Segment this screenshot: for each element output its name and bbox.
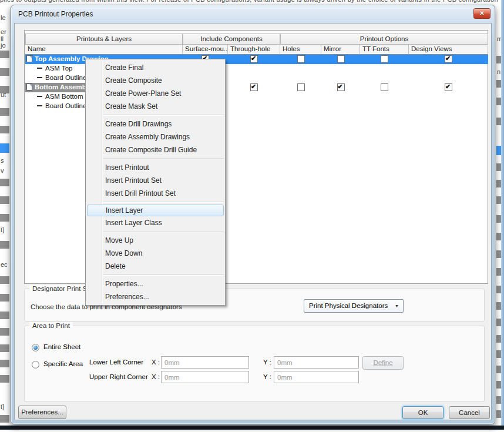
background-block: [0, 196, 9, 204]
checkbox-mirror[interactable]: [337, 55, 345, 63]
background-block: [0, 108, 9, 116]
menu-item-create-composite[interactable]: Create Composite: [86, 74, 225, 87]
menu-item-create-drill-drawings[interactable]: Create Drill Drawings: [86, 118, 225, 130]
menu-item-move-down[interactable]: Move Down: [86, 247, 225, 260]
background-selected-row: [0, 143, 9, 153]
background-block: [0, 214, 9, 222]
layer-dash-icon: [37, 68, 42, 69]
background-text-fragment: v: [1, 167, 4, 174]
table-group-header: Printouts & Layers: [25, 34, 183, 45]
lower-left-x-input[interactable]: [161, 356, 249, 369]
background-block: [0, 360, 9, 367]
menu-item-preferences[interactable]: Preferences...: [86, 290, 225, 303]
area-group-legend: Area to Print: [29, 322, 73, 329]
checkbox-mirror[interactable]: ✔: [337, 83, 345, 91]
background-text-fragment: n: [497, 68, 500, 75]
context-menu: Create FinalCreate CompositeCreate Power…: [85, 59, 226, 306]
table-group-header: Include Components: [183, 34, 280, 45]
menu-item-insert-printout-set[interactable]: Insert Printout Set: [86, 174, 225, 187]
column-header: Through-hole: [228, 45, 280, 55]
background-text-fragment: ec: [1, 261, 8, 268]
column-header: Mirror: [321, 45, 360, 55]
background-text-fragment: t]: [1, 226, 4, 233]
page-icon: [26, 83, 32, 91]
upper-right-x-input[interactable]: [161, 371, 249, 383]
menu-item-create-power-plane-set[interactable]: Create Power-Plane Set: [86, 87, 225, 100]
y-label: Y :: [263, 359, 271, 366]
background-block: [0, 344, 9, 352]
menu-item-create-mask-set[interactable]: Create Mask Set: [86, 100, 225, 113]
column-header: Holes: [280, 45, 321, 55]
background-block: [0, 126, 9, 133]
page-icon: [26, 55, 32, 62]
upper-right-y-input[interactable]: [274, 371, 359, 383]
background-text-fragment: s: [1, 157, 4, 164]
dialog-title: PCB Printout Properties: [18, 10, 93, 18]
area-to-print-group: Area to Print Entire Sheet Specific Area…: [24, 326, 485, 402]
menu-item-insert-layer[interactable]: Insert Layer: [87, 205, 224, 216]
background-text-fragment: t]: [1, 403, 4, 410]
specific-area-label: Specific Area: [43, 360, 83, 367]
checkbox-tt-fonts[interactable]: [381, 83, 388, 91]
layer-dash-icon: [37, 105, 42, 106]
background-block: [0, 68, 9, 76]
column-header: TT Fonts: [360, 45, 409, 55]
menu-separator: [103, 202, 224, 203]
y-label: Y :: [263, 373, 271, 380]
checkbox-holes[interactable]: [297, 55, 305, 63]
checkbox-design-views[interactable]: ✔: [445, 83, 452, 91]
designator-dropdown-value: Print Physical Designators: [309, 302, 388, 309]
upper-right-corner-label: Upper Right Corner: [89, 373, 148, 380]
entire-sheet-label: Entire Sheet: [43, 343, 80, 350]
background-block: [0, 276, 9, 284]
specific-area-radio[interactable]: [32, 361, 39, 369]
x-label: X :: [152, 359, 160, 366]
background-text-fragment: le: [1, 14, 6, 21]
define-button[interactable]: Define: [362, 356, 404, 370]
menu-item-create-composite-drill-guide[interactable]: Create Composite Drill Guide: [86, 143, 225, 156]
designator-dropdown[interactable]: Print Physical Designators ▼: [304, 299, 404, 313]
background-text-fragment: ut: [1, 91, 6, 98]
x-label: X :: [152, 373, 160, 380]
column-header: Design Views: [409, 45, 488, 55]
pcb-printout-properties-dialog: PCB Printout Properties ✕ Printouts & La…: [11, 5, 495, 424]
menu-item-move-up[interactable]: Move Up: [86, 234, 225, 247]
background-text-fragment: er: [1, 28, 6, 35]
checkbox-design-views[interactable]: ✔: [445, 55, 452, 63]
background-text-line: plies to outputs generated from within t…: [0, 0, 504, 3]
chevron-down-icon: ▼: [395, 300, 399, 312]
background-block: [0, 375, 9, 383]
entire-sheet-radio[interactable]: [32, 344, 39, 351]
menu-separator: [103, 231, 224, 232]
menu-separator: [103, 274, 224, 276]
preferences-button[interactable]: Preferences...: [18, 406, 66, 419]
column-header: Name: [25, 45, 183, 55]
background-block: [0, 415, 9, 423]
menu-item-create-final[interactable]: Create Final: [86, 61, 225, 74]
menu-item-create-assembly-drawings[interactable]: Create Assembly Drawings: [86, 130, 225, 143]
checkbox-tt-fonts[interactable]: [381, 55, 388, 63]
lower-left-corner-label: Lower Left Corner: [89, 359, 143, 366]
background-block: [0, 312, 9, 319]
cancel-button[interactable]: Cancel: [449, 406, 490, 419]
background-block: [0, 328, 9, 336]
background-block: [0, 294, 9, 302]
background-block: [0, 179, 9, 186]
checkbox-through-hole[interactable]: ✔: [250, 83, 258, 91]
checkbox-holes[interactable]: [297, 83, 305, 91]
close-icon[interactable]: ✕: [473, 8, 490, 19]
ok-button[interactable]: OK: [402, 406, 443, 419]
menu-item-insert-layer-class[interactable]: Insert Layer Class: [86, 216, 225, 229]
checkbox-through-hole[interactable]: ✔: [250, 55, 258, 63]
layer-dash-icon: [37, 96, 42, 97]
table-group-header: Printout Options: [280, 34, 488, 45]
background-block: [0, 51, 9, 58]
menu-item-insert-drill-printout-set[interactable]: Insert Drill Printout Set: [86, 187, 225, 200]
group-header-row: Printouts & LayersInclude ComponentsPrin…: [25, 34, 488, 45]
background-block: [0, 241, 9, 249]
menu-item-properties[interactable]: Properties...: [86, 277, 225, 290]
menu-item-delete[interactable]: Delete: [86, 260, 225, 273]
lower-left-y-input[interactable]: [274, 356, 359, 369]
background-bottom-band: [0, 426, 504, 430]
menu-item-insert-printout[interactable]: Insert Printout: [86, 161, 225, 174]
